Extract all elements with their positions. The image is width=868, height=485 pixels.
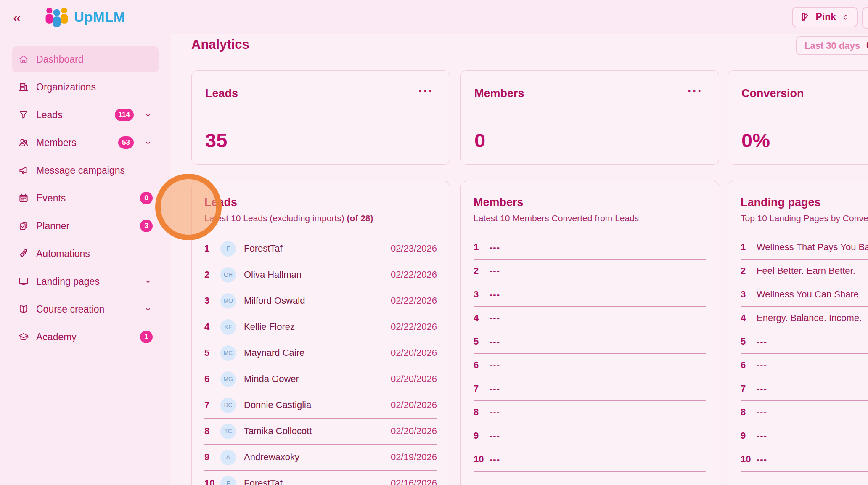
list-card-title: Members — [474, 196, 706, 209]
list-row[interactable]: 8--- — [741, 401, 868, 424]
list-row[interactable]: 4KFKellie Florez02/22/2026 — [204, 314, 437, 340]
date-range-preset: Last 30 days — [804, 40, 860, 51]
chevron-down-icon — [143, 110, 153, 119]
list-row[interactable]: 9--- — [741, 424, 868, 448]
sidebar-item-dashboard[interactable]: Dashboard — [12, 46, 159, 72]
list-row[interactable]: 6--- — [474, 354, 706, 377]
list-row[interactable]: 5--- — [741, 330, 868, 354]
row-value: --- — [490, 430, 500, 441]
row-value: Feel Better. Earn Better. — [757, 265, 855, 276]
card-menu-button[interactable]: ··· — [416, 87, 436, 94]
row-value: --- — [490, 336, 500, 347]
lead-date: 02/20/2026 — [391, 374, 437, 384]
brand-logo[interactable]: UpMLM — [44, 0, 125, 34]
row-value: --- — [757, 360, 767, 371]
sidebar-item-label: Message campaigns — [36, 165, 153, 176]
date-range-value: 01/2 — [866, 40, 868, 51]
collapse-sidebar-button[interactable]: « — [11, 10, 24, 25]
lead-name: ForestTaf — [244, 243, 391, 254]
sidebar-item-leads[interactable]: Leads114 — [12, 102, 159, 128]
row-value: --- — [490, 313, 500, 323]
list-row[interactable]: 10--- — [474, 448, 706, 472]
row-number: 1 — [474, 242, 490, 253]
list-row[interactable]: 2--- — [474, 260, 706, 283]
sidebar-item-events[interactable]: Events0 — [12, 185, 159, 211]
row-value: --- — [490, 360, 500, 371]
count-badge: 53 — [118, 136, 134, 149]
row-number: 2 — [741, 265, 757, 276]
list-row[interactable]: 10FForestTaf02/16/2026 — [204, 471, 437, 485]
book-icon — [18, 304, 29, 315]
sidebar-item-academy[interactable]: Academy1 — [12, 324, 159, 350]
lead-name: Tamika Collocott — [244, 426, 391, 437]
sidebar-item-course-creation[interactable]: Course creation — [12, 296, 159, 322]
list-row[interactable]: 3--- — [474, 283, 706, 307]
list-row[interactable]: 6MGMinda Gower02/20/2026 — [204, 366, 437, 392]
lead-name: Maynard Caire — [244, 347, 391, 358]
sidebar-item-automations[interactable]: Automations — [12, 241, 159, 267]
list-row[interactable]: 7DCDonnie Castiglia02/20/2026 — [204, 392, 437, 419]
list-row[interactable]: 9--- — [474, 424, 706, 448]
sidebar: DashboardOrganizationsLeads114Members53M… — [0, 34, 171, 485]
list-row[interactable]: 1--- — [474, 236, 706, 260]
lead-name: Kellie Florez — [244, 321, 391, 332]
sidebar-item-label: Organizations — [36, 82, 153, 93]
list-row[interactable]: 6--- — [741, 354, 868, 377]
list-row[interactable]: 8--- — [474, 401, 706, 424]
lead-name: Milford Oswald — [244, 295, 391, 306]
avatar: MO — [220, 293, 236, 309]
megaphone-icon — [18, 165, 29, 176]
sidebar-item-label: Automations — [36, 248, 153, 260]
list-row[interactable]: 9AAndrewaxoky02/19/2026 — [204, 445, 437, 471]
row-number: 10 — [204, 478, 220, 485]
card-menu-button[interactable]: ··· — [685, 87, 705, 94]
row-number: 6 — [204, 374, 220, 384]
lead-date: 02/19/2026 — [391, 452, 437, 463]
sidebar-item-label: Leads — [36, 109, 108, 121]
list-row[interactable]: 4--- — [474, 307, 706, 330]
list-row[interactable]: 3MOMilford Oswald02/22/2026 — [204, 288, 437, 314]
theme-selector[interactable]: Pink — [792, 7, 858, 27]
date-range-picker[interactable]: Last 30 days 01/2 — [796, 36, 868, 55]
sidebar-item-landing-pages[interactable]: Landing pages — [12, 268, 159, 294]
sidebar-item-members[interactable]: Members53 — [12, 130, 159, 156]
row-number: 7 — [741, 383, 757, 394]
clipped-toolbar-button[interactable] — [862, 7, 868, 29]
row-number: 1 — [741, 242, 757, 253]
list-row[interactable]: 5MCMaynard Caire02/20/2026 — [204, 340, 437, 366]
lead-name: ForestTaf — [244, 478, 391, 485]
list-row[interactable]: 4Energy. Balance. Income. — [741, 307, 868, 330]
avatar: DC — [220, 398, 236, 413]
stat-card-title: Leads — [205, 87, 238, 100]
row-value: Wellness That Pays You Back — [757, 242, 868, 253]
stat-card-title: Members — [474, 87, 524, 100]
stat-card-title: Conversion — [741, 87, 804, 100]
list-row[interactable]: 5--- — [474, 330, 706, 354]
sidebar-item-planner[interactable]: Planner3 — [12, 213, 159, 239]
lead-date: 02/20/2026 — [391, 426, 437, 437]
sidebar-item-organizations[interactable]: Organizations — [12, 74, 159, 100]
list-row[interactable]: 7--- — [474, 377, 706, 401]
list-row[interactable]: 3Wellness You Can Share — [741, 283, 868, 307]
avatar: MC — [220, 345, 236, 361]
list-row[interactable]: 1FForestTaf02/23/2026 — [204, 236, 437, 262]
list-row[interactable]: 2OHOliva Hallman02/22/2026 — [204, 262, 437, 288]
list-row[interactable]: 1Wellness That Pays You Back — [741, 236, 868, 260]
list-row[interactable]: 10--- — [741, 448, 868, 472]
row-number: 7 — [204, 400, 220, 411]
list-row[interactable]: 2Feel Better. Earn Better. — [741, 260, 868, 283]
row-number: 9 — [741, 430, 757, 441]
stat-card-leads: Leads···35 — [191, 70, 450, 165]
row-number: 5 — [741, 336, 757, 347]
updown-chevrons-icon — [841, 13, 850, 22]
row-number: 3 — [741, 289, 757, 300]
list-row[interactable]: 7--- — [741, 377, 868, 401]
sidebar-item-message-campaigns[interactable]: Message campaigns — [12, 157, 159, 183]
list-row[interactable]: 8TCTamika Collocott02/20/2026 — [204, 419, 437, 445]
lead-name: Oliva Hallman — [244, 269, 391, 280]
avatar: F — [220, 476, 236, 485]
list-card-members: MembersLatest 10 Members Converted from … — [460, 181, 719, 485]
calendar-icon — [18, 193, 29, 204]
people-group-logo-icon — [44, 7, 70, 27]
list-card-subtitle: Top 10 Landing Pages by Convers — [741, 213, 868, 223]
